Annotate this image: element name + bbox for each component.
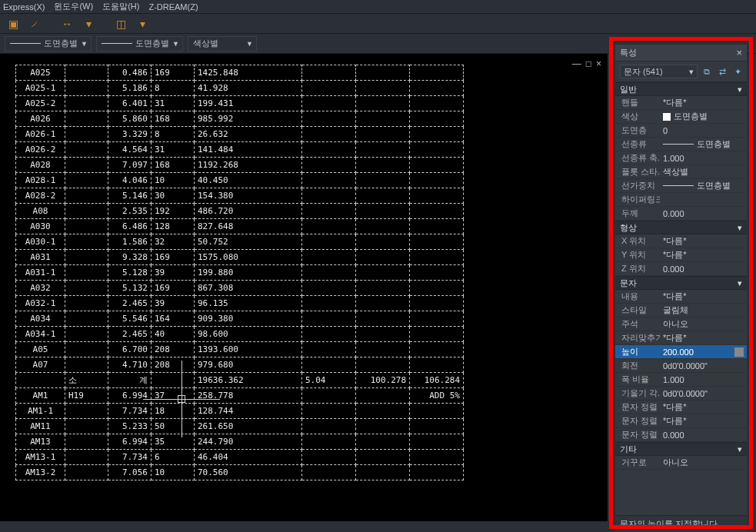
maximize-icon[interactable]: □	[586, 58, 591, 69]
property-value[interactable]: 도면층별	[660, 111, 747, 122]
table-cell: 192	[152, 204, 195, 219]
property-row[interactable]: 문자 정렬 Z0.000	[615, 428, 747, 442]
table-cell	[356, 327, 410, 342]
table-cell: 6.401	[108, 96, 152, 111]
property-key: 내용	[615, 291, 660, 302]
table-cell	[410, 96, 464, 111]
linetype-combo[interactable]: 도면층별 ▼	[5, 36, 92, 52]
dropdown-icon[interactable]: ▾	[80, 16, 97, 32]
table-cell	[302, 296, 356, 311]
menu-window[interactable]: 윈도우(W)	[54, 1, 93, 12]
property-value[interactable]: *다름*	[660, 235, 747, 247]
property-row[interactable]: Z 위치0.000	[615, 262, 747, 276]
property-value[interactable]: *다름*	[660, 401, 747, 413]
property-row[interactable]: 플롯 스타...색상별	[615, 165, 747, 179]
property-value[interactable]: 아니오	[660, 318, 747, 330]
property-value[interactable]: 도면층별	[660, 180, 747, 191]
property-value[interactable]: *다름*	[660, 332, 747, 344]
table-cell	[16, 373, 65, 388]
property-row[interactable]: X 위치*다름*	[615, 234, 747, 248]
property-value[interactable]: *다름*	[660, 249, 747, 261]
select-objects-icon[interactable]: ✦	[731, 67, 744, 77]
property-row[interactable]: 회전0d0'0.0000"	[615, 359, 747, 373]
property-value[interactable]: 0d0'0.0000"	[660, 361, 747, 371]
property-value[interactable]: 0d0'0.0000"	[660, 389, 747, 398]
table-row: AM13-27.0561070.560	[16, 465, 464, 480]
table-cell: 4.046	[108, 173, 152, 188]
menu-express[interactable]: Express(X)	[3, 2, 45, 12]
property-value[interactable]: 1.000	[660, 154, 747, 163]
menu-zdream[interactable]: Z-DREAM(Z)	[148, 2, 198, 12]
table-cell: A030	[16, 219, 65, 234]
table-cell	[410, 404, 464, 419]
menu-help[interactable]: 도움말(H)	[102, 1, 139, 12]
property-value[interactable]: *다름*	[660, 291, 747, 302]
section-header-general[interactable]: 일반▾	[615, 82, 747, 96]
property-value[interactable]: 도면층별	[660, 138, 747, 150]
minimize-icon[interactable]: —	[572, 58, 581, 69]
property-value[interactable]: 0.000	[660, 264, 747, 274]
lineweight-combo[interactable]: 도면층별 ▼	[96, 36, 183, 52]
property-row[interactable]: 두께0.000	[615, 207, 747, 221]
table-cell: 128.744	[195, 404, 302, 419]
polyline-icon[interactable]: ⟋	[26, 16, 43, 32]
property-row[interactable]: 색상도면층별	[615, 110, 747, 124]
property-row[interactable]: 자리맞추기*다름*	[615, 331, 747, 345]
section-header-misc[interactable]: 기타▾	[615, 442, 747, 456]
section-header-text[interactable]: 문자▾	[615, 276, 747, 290]
dropdown-icon[interactable]: ▾	[134, 16, 151, 32]
property-row[interactable]: 높이200.000	[615, 345, 747, 359]
property-value[interactable]: 굴림체	[660, 304, 747, 316]
toggle-pickadd-icon[interactable]: ⇄	[716, 67, 728, 77]
table-cell	[302, 450, 356, 465]
table-cell	[302, 265, 356, 281]
property-value[interactable]: 아니오	[660, 457, 747, 468]
table-cell: 35	[152, 434, 195, 450]
property-row[interactable]: 선가중치도면층별	[615, 179, 747, 193]
selection-type-combo[interactable]: 문자 (541) ▾	[620, 65, 698, 78]
property-value[interactable]: 0.000	[660, 209, 747, 218]
property-row[interactable]: 문자 정렬 Y*다름*	[615, 414, 747, 428]
property-value[interactable]: 0.000	[660, 431, 747, 440]
property-row[interactable]: 주석아니오	[615, 318, 747, 331]
property-value[interactable]: 200.000	[660, 347, 747, 357]
property-value[interactable]: 1.000	[660, 375, 747, 384]
layer-icon[interactable]: ▣	[5, 16, 22, 32]
property-row[interactable]: 스타일굴림체	[615, 304, 747, 318]
table-cell	[356, 158, 410, 173]
table-row: A026-24.56431141.484	[16, 142, 464, 158]
region-icon[interactable]: ◫	[112, 16, 129, 32]
property-value[interactable]: 0	[660, 126, 747, 135]
property-value[interactable]: *다름*	[660, 97, 747, 108]
measure-icon[interactable]: ↔	[58, 16, 75, 32]
quick-select-icon[interactable]: ⧉	[701, 67, 713, 77]
line-preview-icon	[10, 43, 41, 44]
close-icon[interactable]: ×	[736, 47, 742, 58]
property-row[interactable]: 선종류도면층별	[615, 138, 747, 151]
calculator-icon[interactable]	[734, 347, 744, 357]
property-row[interactable]: 거꾸로아니오	[615, 456, 747, 470]
color-combo[interactable]: 색상별 ▼	[188, 36, 257, 52]
table-row: A0319.3281691575.080	[16, 250, 464, 265]
property-row[interactable]: 내용*다름*	[615, 290, 747, 304]
table-cell	[65, 404, 108, 419]
property-row[interactable]: Y 위치*다름*	[615, 248, 747, 262]
property-value[interactable]: 색상별	[660, 166, 747, 178]
table-cell	[356, 127, 410, 142]
property-value[interactable]: *다름*	[660, 415, 747, 427]
property-row[interactable]: 폭 비율1.000	[615, 373, 747, 387]
property-row[interactable]: 핸들*다름*	[615, 96, 747, 110]
close-icon[interactable]: ×	[596, 58, 601, 69]
property-row[interactable]: 문자 정렬 X*다름*	[615, 401, 747, 414]
property-row[interactable]: 도면층0	[615, 124, 747, 138]
table-cell: AM11	[16, 419, 65, 434]
table-cell: 6.700	[108, 342, 152, 357]
property-row[interactable]: 하이퍼링크	[615, 193, 747, 207]
property-row[interactable]: 기울기 각...0d0'0.0000"	[615, 387, 747, 401]
section-header-geom[interactable]: 형상▾	[615, 221, 747, 234]
property-row[interactable]: 선종류 축...1.000	[615, 151, 747, 165]
table-cell: 7.734	[108, 404, 152, 419]
table-cell: A08	[16, 204, 65, 219]
drawing-canvas[interactable]: — □ × A0250.4861691425.848A025-15.186841…	[0, 54, 608, 521]
table-cell	[356, 265, 410, 281]
